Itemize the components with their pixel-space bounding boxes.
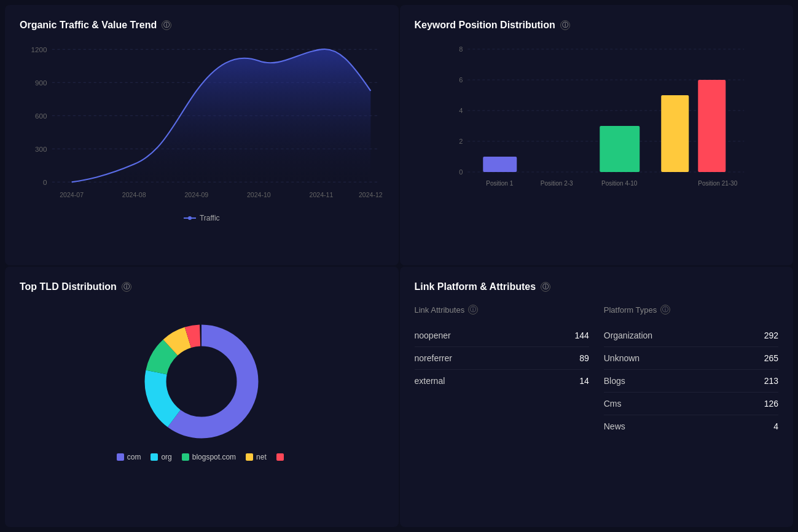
svg-text:600: 600: [35, 112, 47, 120]
svg-rect-28: [483, 157, 517, 172]
legend-blogspot: blogspot.com: [182, 453, 236, 461]
net-swatch: [246, 453, 253, 461]
link-platform-info-icon[interactable]: ⓘ: [541, 282, 550, 292]
legend-net: net: [246, 453, 267, 461]
platform-row-unknown: Unknown 265: [604, 347, 778, 370]
svg-text:2024-11: 2024-11: [310, 192, 334, 198]
svg-text:4: 4: [459, 107, 463, 114]
keyword-chart-area: 8 6 4 2 0 Position 1 Position 2-3 Positi…: [415, 43, 779, 209]
svg-point-17: [188, 216, 192, 220]
news-value: 4: [773, 421, 778, 431]
svg-text:2: 2: [459, 138, 463, 145]
traffic-legend-item: Traffic: [184, 214, 220, 222]
blogs-value: 213: [764, 376, 778, 386]
svg-rect-33: [661, 95, 689, 172]
link-platform-title: Link Platform & Attributes ⓘ: [415, 281, 779, 292]
svg-text:900: 900: [35, 79, 47, 87]
unknown-label: Unknown: [604, 353, 640, 363]
com-swatch: [117, 453, 124, 461]
svg-text:Position 1: Position 1: [486, 180, 513, 187]
svg-text:Position 21-30: Position 21-30: [698, 180, 737, 187]
link-platform-title-text: Link Platform & Attributes: [415, 281, 536, 292]
tld-title: Top TLD Distribution ⓘ: [20, 281, 384, 292]
svg-text:2024-12: 2024-12: [359, 192, 383, 198]
platform-row-cms: Cms 126: [604, 393, 778, 415]
traffic-legend-label: Traffic: [200, 214, 220, 222]
organic-title: Organic Traffic & Value Trend ⓘ: [20, 20, 384, 31]
link-attr-info-icon[interactable]: ⓘ: [468, 305, 478, 315]
net-label: net: [256, 453, 267, 461]
news-label: News: [604, 421, 625, 431]
platform-row-organization: Organization 292: [604, 324, 778, 347]
blogspot-label: blogspot.com: [192, 453, 236, 461]
attr-row-noreferrer: noreferrer 89: [415, 347, 589, 370]
tld-info-icon[interactable]: ⓘ: [122, 282, 131, 292]
link-attr-label: Link Attributes: [415, 305, 465, 315]
platform-types-heading: Platform Types ⓘ: [604, 305, 778, 315]
external-label: external: [415, 376, 445, 386]
svg-rect-31: [600, 126, 640, 172]
tld-panel: Top TLD Distribution ⓘ com or: [5, 267, 399, 527]
svg-rect-34: [698, 80, 726, 172]
blogspot-swatch: [182, 453, 189, 461]
link-platform-body: Link Attributes ⓘ noopener 144 noreferre…: [415, 305, 779, 437]
platform-types-section: Platform Types ⓘ Organization 292 Unknow…: [604, 305, 778, 437]
noopener-value: 144: [574, 331, 589, 340]
blogs-label: Blogs: [604, 376, 625, 386]
organic-legend: Traffic: [20, 214, 384, 222]
organic-info-icon[interactable]: ⓘ: [162, 20, 171, 30]
red-swatch: [276, 453, 284, 461]
platform-types-label: Platform Types: [604, 305, 657, 315]
keyword-title: Keyword Position Distribution ⓘ: [415, 20, 779, 31]
svg-text:8: 8: [459, 45, 463, 53]
traffic-legend-icon: [184, 215, 196, 221]
cms-label: Cms: [604, 399, 622, 409]
legend-red: [276, 453, 287, 461]
org-platform-value: 292: [764, 331, 778, 340]
org-platform-label: Organization: [604, 331, 652, 340]
noreferrer-value: 89: [579, 353, 589, 363]
organic-traffic-panel: Organic Traffic & Value Trend ⓘ 1200 900…: [5, 5, 399, 265]
attr-row-noopener: noopener 144: [415, 324, 589, 347]
noopener-label: noopener: [415, 331, 451, 340]
donut-chart-svg: [140, 320, 263, 443]
keyword-chart-svg: 8 6 4 2 0 Position 1 Position 2-3 Positi…: [415, 43, 779, 209]
legend-org: org: [151, 453, 171, 461]
external-value: 14: [579, 376, 589, 386]
donut-container: com org blogspot.com net: [20, 305, 384, 477]
com-label: com: [127, 453, 141, 461]
svg-text:2024-07: 2024-07: [60, 192, 84, 198]
svg-text:300: 300: [35, 146, 47, 153]
organic-chart-svg: 1200 900 600 300 0 2024-07 2024-08 2024-…: [20, 43, 384, 209]
legend-com: com: [117, 453, 141, 461]
svg-text:Position 2-3: Position 2-3: [540, 180, 573, 187]
organic-chart-area: 1200 900 600 300 0 2024-07 2024-08 2024-…: [20, 43, 384, 209]
unknown-value: 265: [764, 353, 778, 363]
svg-text:6: 6: [459, 76, 463, 84]
svg-text:0: 0: [43, 179, 47, 186]
noreferrer-label: noreferrer: [415, 353, 452, 363]
attr-row-external: external 14: [415, 370, 589, 392]
keyword-panel: Keyword Position Distribution ⓘ 8 6 4 2 …: [400, 5, 794, 265]
svg-text:Position 4-10: Position 4-10: [601, 180, 638, 187]
donut-legend: com org blogspot.com net: [117, 453, 287, 461]
organic-title-text: Organic Traffic & Value Trend: [20, 20, 157, 31]
svg-text:1200: 1200: [31, 46, 47, 53]
cms-value: 126: [764, 399, 778, 409]
tld-title-text: Top TLD Distribution: [20, 281, 117, 292]
platform-row-blogs: Blogs 213: [604, 370, 778, 393]
svg-text:0: 0: [459, 168, 463, 176]
platform-types-info-icon[interactable]: ⓘ: [660, 305, 670, 315]
link-platform-panel: Link Platform & Attributes ⓘ Link Attrib…: [400, 267, 794, 527]
svg-text:2024-10: 2024-10: [247, 192, 271, 198]
link-attributes-heading: Link Attributes ⓘ: [415, 305, 589, 315]
svg-point-41: [168, 348, 235, 415]
org-swatch: [151, 453, 158, 461]
svg-text:2024-08: 2024-08: [122, 192, 146, 198]
link-attributes-section: Link Attributes ⓘ noopener 144 noreferre…: [415, 305, 589, 437]
platform-row-news: News 4: [604, 415, 778, 437]
keyword-title-text: Keyword Position Distribution: [415, 20, 555, 31]
org-label: org: [161, 453, 171, 461]
keyword-info-icon[interactable]: ⓘ: [560, 20, 570, 30]
svg-text:2024-09: 2024-09: [184, 192, 208, 198]
